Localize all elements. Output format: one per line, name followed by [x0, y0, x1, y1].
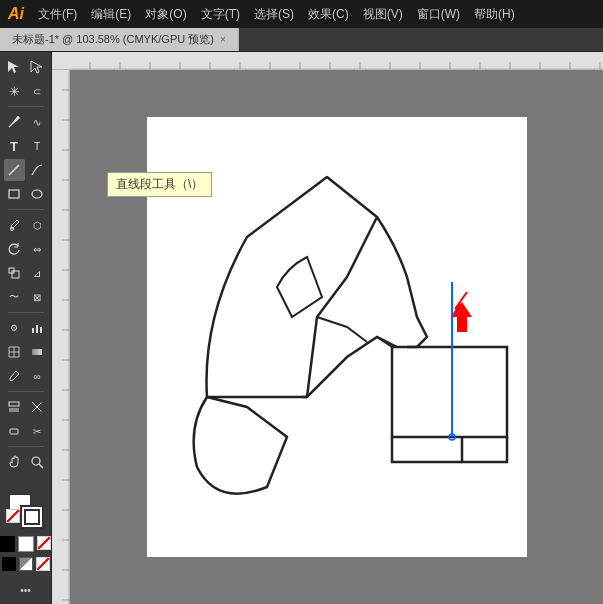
none-swatch[interactable]	[37, 536, 53, 552]
white-swatch[interactable]	[18, 536, 34, 552]
eraser-scissors-group: ✂	[4, 420, 48, 442]
type-tool[interactable]: T	[4, 135, 25, 157]
magic-wand-tool[interactable]: ✳	[4, 80, 25, 102]
paint-slice-group	[4, 396, 48, 418]
pen-tool[interactable]	[4, 111, 25, 133]
zoom-tool[interactable]	[27, 451, 48, 473]
reflect-icon: ⇔	[33, 244, 41, 255]
curvature-tool[interactable]: ∿	[27, 111, 48, 133]
blend-tool[interactable]: ∞	[27, 365, 48, 387]
tab-close-button[interactable]: ×	[220, 34, 226, 45]
separator-2	[8, 209, 44, 210]
stroke-indicator[interactable]	[20, 505, 44, 529]
mesh-gradient-group	[4, 341, 48, 363]
mesh-tool[interactable]	[4, 341, 25, 363]
ellipse-tool[interactable]	[27, 183, 48, 205]
svg-rect-2	[9, 190, 19, 198]
menu-view[interactable]: 视图(V)	[357, 4, 409, 25]
menu-effect[interactable]: 效果(C)	[302, 4, 355, 25]
svg-marker-56	[452, 302, 472, 332]
warp-tool[interactable]: 〜	[4, 286, 25, 308]
menu-select[interactable]: 选择(S)	[248, 4, 300, 25]
svg-line-15	[39, 464, 43, 468]
svg-point-3	[32, 190, 42, 198]
curvature-icon: ∿	[33, 117, 41, 128]
lasso-tool[interactable]: ⊂	[27, 80, 48, 102]
menu-object[interactable]: 对象(O)	[139, 4, 192, 25]
toolbar: ✳ ⊂ ∿ T T	[0, 52, 52, 604]
touch-type-icon: T	[34, 141, 40, 152]
touch-type-tool[interactable]: T	[27, 135, 48, 157]
select-tool[interactable]	[4, 56, 25, 78]
slice-tool[interactable]	[27, 396, 48, 418]
svg-point-14	[32, 457, 40, 465]
lasso-tool-group: ✳ ⊂	[4, 80, 48, 102]
eyedropper-blend-group: ∞	[4, 365, 48, 387]
color-mode-gradient[interactable]	[19, 557, 33, 571]
svg-rect-12	[9, 402, 19, 406]
type-icon: T	[10, 139, 18, 154]
menu-file[interactable]: 文件(F)	[32, 4, 83, 25]
tab-bar: 未标题-1* @ 103.58% (CMYK/GPU 预览) ×	[0, 28, 603, 52]
column-graph-tool[interactable]	[27, 317, 48, 339]
direct-select-tool[interactable]	[27, 56, 48, 78]
svg-rect-54	[392, 347, 507, 437]
blob-brush-tool[interactable]: ⬡	[27, 214, 48, 236]
svg-point-4	[11, 228, 14, 231]
blend-icon: ∞	[33, 371, 40, 382]
line-segment-tool[interactable]	[4, 159, 25, 181]
ruler-top-svg	[70, 52, 603, 69]
symbol-sprayer-tool[interactable]: ⚙	[4, 317, 25, 339]
free-transform-tool[interactable]: ⊠	[27, 286, 48, 308]
selection-tool-group	[4, 56, 48, 78]
menu-bar: 文件(F) 编辑(E) 对象(O) 文字(T) 选择(S) 效果(C) 视图(V…	[32, 4, 521, 25]
svg-rect-5	[12, 271, 19, 278]
fill-stroke-indicator[interactable]	[8, 493, 44, 529]
scissors-tool[interactable]: ✂	[27, 420, 48, 442]
brush-tool-group: ⬡	[4, 214, 48, 236]
rectangle-tool[interactable]	[4, 183, 25, 205]
eraser-tool[interactable]	[4, 420, 25, 442]
symbol-graph-group: ⚙	[4, 317, 48, 339]
document-tab[interactable]: 未标题-1* @ 103.58% (CMYK/GPU 预览) ×	[0, 28, 239, 51]
color-swatches-row	[0, 536, 53, 552]
separator-1	[8, 106, 44, 107]
symbol-sprayer-icon: ⚙	[10, 323, 18, 333]
gradient-tool[interactable]	[27, 341, 48, 363]
canvas-content[interactable]	[70, 70, 603, 604]
lasso-icon: ⊂	[33, 86, 41, 97]
top-ruler	[52, 52, 603, 70]
more-tools-dots: •••	[20, 585, 31, 596]
menu-window[interactable]: 窗口(W)	[411, 4, 466, 25]
warp-tool-group: 〜 ⊠	[4, 286, 48, 308]
eyedropper-tool[interactable]	[4, 365, 25, 387]
svg-rect-13	[10, 429, 18, 434]
hand-zoom-group	[4, 451, 48, 473]
transform-tool-group: ⇔	[4, 238, 48, 260]
svg-rect-10	[32, 349, 42, 355]
artboard[interactable]	[147, 117, 527, 557]
shear-icon: ⊿	[33, 268, 41, 279]
svg-rect-7	[32, 328, 34, 333]
hand-tool[interactable]	[4, 451, 25, 473]
pen-tool-group: ∿	[4, 111, 48, 133]
color-mode-color[interactable]	[2, 557, 16, 571]
scale-tool[interactable]	[4, 262, 25, 284]
shear-tool[interactable]: ⊿	[27, 262, 48, 284]
blob-brush-icon: ⬡	[33, 220, 42, 231]
black-swatch[interactable]	[0, 536, 15, 552]
svg-rect-9	[40, 327, 42, 333]
menu-text[interactable]: 文字(T)	[195, 4, 246, 25]
reflect-tool[interactable]: ⇔	[27, 238, 48, 260]
menu-edit[interactable]: 编辑(E)	[85, 4, 137, 25]
arc-tool[interactable]	[27, 159, 48, 181]
rotate-tool[interactable]	[4, 238, 25, 260]
color-mode-none[interactable]	[36, 557, 50, 571]
scissors-icon: ✂	[33, 426, 41, 437]
type-tool-group: T T	[4, 135, 48, 157]
paintbrush-tool[interactable]	[4, 214, 25, 236]
none-indicator[interactable]	[6, 509, 20, 523]
more-tools-button[interactable]: •••	[4, 580, 48, 600]
menu-help[interactable]: 帮助(H)	[468, 4, 521, 25]
live-paint-tool[interactable]	[4, 396, 25, 418]
